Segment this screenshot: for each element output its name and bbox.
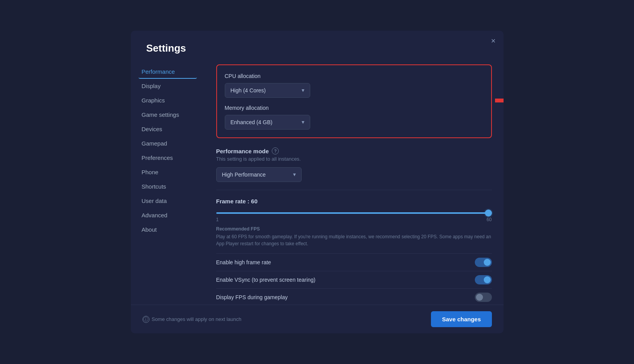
frame-rate-section: Frame rate : 60 1 60 Recommended FPS Pla… [216,198,492,247]
sidebar-item-shortcuts[interactable]: Shortcuts [139,179,197,194]
save-changes-button[interactable]: Save changes [431,311,492,327]
sidebar-item-phone[interactable]: Phone [139,165,197,179]
slider-max-label: 60 [486,217,492,222]
toggle-label-vsync: Enable VSync (to prevent screen tearing) [216,277,316,283]
frame-rate-label: Frame rate : 60 [216,198,492,205]
toggle-track-high-frame-rate [475,258,492,267]
sidebar: PerformanceDisplayGraphicsGame settingsD… [131,61,205,305]
sidebar-item-user-data[interactable]: User data [139,194,197,208]
toggle-track-vsync [475,275,492,284]
close-button[interactable]: × [491,37,496,45]
performance-mode-info-icon[interactable]: ? [272,147,279,154]
cpu-label: CPU allocation [225,73,483,79]
toggle-row-vsync: Enable VSync (to prevent screen tearing) [216,271,492,288]
footer-note: ⓘ Some changes will apply on next launch [142,316,241,323]
toggle-thumb-vsync [484,276,491,283]
red-arrow-annotation [495,89,504,114]
toggle-label-high-frame-rate: Enable high frame rate [216,259,271,265]
toggle-switch-display-fps[interactable] [475,293,492,302]
performance-mode-select-wrapper: BalancedHigh PerformanceUltra Performanc… [216,167,302,182]
toggle-switch-high-frame-rate[interactable] [475,258,492,267]
frame-rate-slider-container [216,208,492,215]
sidebar-item-gamepad[interactable]: Gamepad [139,136,197,151]
memory-allocation-section: Memory allocation Low (1 GB)Standard (2 … [225,105,483,130]
sidebar-item-game-settings[interactable]: Game settings [139,107,197,122]
svg-marker-0 [495,89,504,112]
frame-rate-slider[interactable] [216,212,492,214]
settings-modal: × Settings PerformanceDisplayGraphicsGam… [131,31,504,333]
main-content: CPU allocation Low (1 Core)Medium (2 Cor… [205,61,504,305]
performance-mode-title: Performance mode ? [216,147,492,154]
performance-mode-subtitle: This setting is applied to all instances… [216,156,492,162]
footer-info-icon: ⓘ [142,316,149,323]
sidebar-item-devices[interactable]: Devices [139,122,197,136]
performance-mode-select[interactable]: BalancedHigh PerformanceUltra Performanc… [216,167,302,182]
memory-select[interactable]: Low (1 GB)Standard (2 GB)Enhanced (4 GB)… [225,115,310,130]
cpu-select-wrapper: Low (1 Core)Medium (2 Cores)High (4 Core… [225,83,310,98]
sidebar-item-preferences[interactable]: Preferences [139,151,197,165]
memory-select-wrapper: Low (1 GB)Standard (2 GB)Enhanced (4 GB)… [225,115,310,130]
toggle-thumb-display-fps [476,294,483,301]
sidebar-item-display[interactable]: Display [139,79,197,93]
performance-mode-label: Performance mode [216,148,269,154]
sidebar-item-advanced[interactable]: Advanced [139,208,197,222]
toggle-switch-vsync[interactable] [475,275,492,284]
toggle-label-display-fps: Display FPS during gameplay [216,294,288,300]
sidebar-item-about[interactable]: About [139,222,197,237]
sidebar-item-graphics[interactable]: Graphics [139,93,197,107]
toggle-thumb-high-frame-rate [484,259,491,266]
cpu-memory-box: CPU allocation Low (1 Core)Medium (2 Cor… [216,64,492,138]
slider-range: 1 60 [216,217,492,222]
fps-hint-text: Play at 60 FPS for smooth gameplay. If y… [216,233,492,247]
cpu-select[interactable]: Low (1 Core)Medium (2 Cores)High (4 Core… [225,83,310,98]
modal-body: PerformanceDisplayGraphicsGame settingsD… [131,61,504,305]
toggles-section: Enable high frame rateEnable VSync (to p… [216,253,492,305]
fps-hint-title: Recommended FPS [216,226,492,232]
memory-label: Memory allocation [225,105,483,111]
toggle-row-display-fps: Display FPS during gameplay [216,288,492,305]
footer-note-text: Some changes will apply on next launch [152,316,241,322]
toggle-track-display-fps [475,293,492,302]
toggle-row-high-frame-rate: Enable high frame rate [216,253,492,271]
cpu-allocation-section: CPU allocation Low (1 Core)Medium (2 Cor… [225,73,483,98]
modal-footer: ⓘ Some changes will apply on next launch… [131,305,504,333]
divider-1 [216,190,492,190]
modal-title: Settings [131,31,504,61]
slider-min-label: 1 [216,217,219,222]
sidebar-item-performance[interactable]: Performance [139,64,197,79]
performance-mode-section: Performance mode ? This setting is appli… [216,147,492,182]
